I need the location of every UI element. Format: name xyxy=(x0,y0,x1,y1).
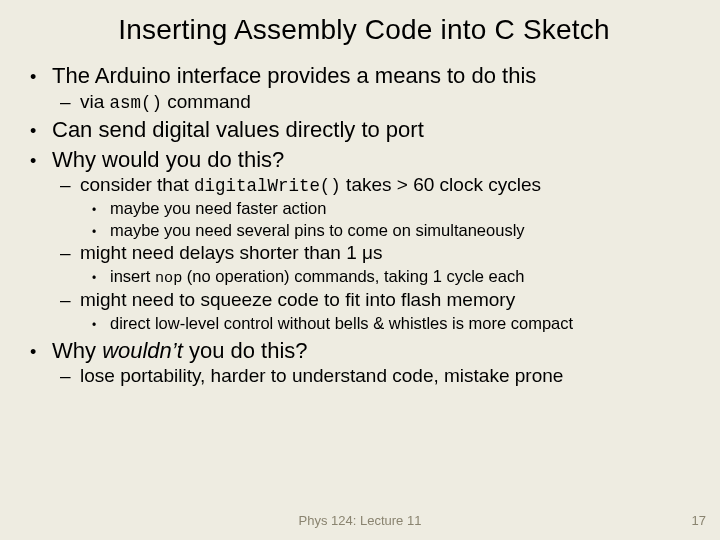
list-item: • Why would you do this? – consider that… xyxy=(30,146,698,335)
list-item: • The Arduino interface provides a means… xyxy=(30,62,698,114)
list-item: • insert nop (no operation) commands, ta… xyxy=(92,266,698,288)
bullet-icon: • xyxy=(92,318,110,334)
bullet-icon: • xyxy=(92,225,110,241)
dash-icon: – xyxy=(60,241,80,266)
bullet-text: might need to squeeze code to fit into f… xyxy=(80,288,515,313)
page-number: 17 xyxy=(692,513,706,528)
list-item: – might need delays shorter than 1 μs • … xyxy=(60,241,698,288)
bullet-icon: • xyxy=(30,66,52,89)
dash-icon: – xyxy=(60,288,80,313)
bullet-text: might need delays shorter than 1 μs xyxy=(80,241,382,266)
list-item: • maybe you need faster action xyxy=(92,198,698,220)
bullet-text: lose portability, harder to understand c… xyxy=(80,364,563,389)
footer-label: Phys 124: Lecture 11 xyxy=(0,513,720,528)
list-item: – consider that digitalWrite() takes > 6… xyxy=(60,173,698,241)
bullet-text: maybe you need faster action xyxy=(110,198,326,220)
bullet-icon: • xyxy=(30,341,52,364)
list-item: • maybe you need several pins to come on… xyxy=(92,220,698,242)
bullet-text: Why wouldn’t you do this? xyxy=(52,337,308,365)
bullet-icon: • xyxy=(30,150,52,173)
bullet-text: via asm() command xyxy=(80,90,251,115)
dash-icon: – xyxy=(60,90,80,115)
dash-icon: – xyxy=(60,173,80,198)
bullet-text: direct low-level control without bells &… xyxy=(110,313,573,335)
slide-title: Inserting Assembly Code into C Sketch xyxy=(30,14,698,46)
bullet-icon: • xyxy=(92,203,110,219)
bullet-text: The Arduino interface provides a means t… xyxy=(52,62,536,90)
bullet-text: Can send digital values directly to port xyxy=(52,116,424,144)
bullet-icon: • xyxy=(30,120,52,143)
bullet-text: insert nop (no operation) commands, taki… xyxy=(110,266,524,288)
bullet-list: • The Arduino interface provides a means… xyxy=(30,62,698,389)
list-item: – lose portability, harder to understand… xyxy=(60,364,698,389)
code-span: asm() xyxy=(110,93,162,113)
bullet-text: maybe you need several pins to come on s… xyxy=(110,220,525,242)
code-span: digitalWrite() xyxy=(194,176,341,196)
bullet-text: consider that digitalWrite() takes > 60 … xyxy=(80,173,541,198)
bullet-icon: • xyxy=(92,271,110,287)
list-item: • Why wouldn’t you do this? – lose porta… xyxy=(30,337,698,389)
dash-icon: – xyxy=(60,364,80,389)
list-item: • Can send digital values directly to po… xyxy=(30,116,698,144)
list-item: • direct low-level control without bells… xyxy=(92,313,698,335)
list-item: – might need to squeeze code to fit into… xyxy=(60,288,698,334)
list-item: – via asm() command xyxy=(60,90,698,115)
bullet-text: Why would you do this? xyxy=(52,146,284,174)
code-span: nop xyxy=(155,269,182,287)
